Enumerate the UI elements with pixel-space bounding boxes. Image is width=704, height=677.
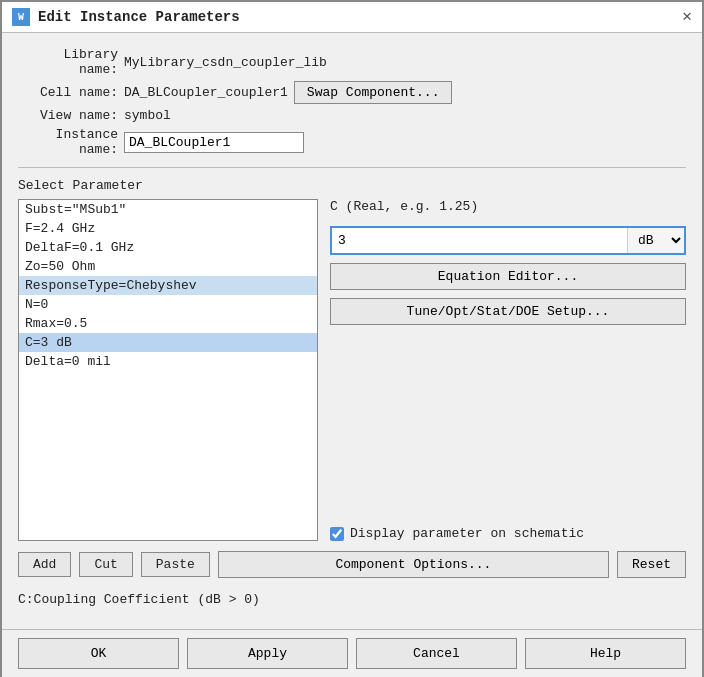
view-row: View name: symbol [18,108,686,123]
instance-name-input[interactable] [124,132,304,153]
close-button[interactable]: ✕ [682,9,692,25]
list-item[interactable]: Subst="MSub1" [19,200,317,219]
cancel-button[interactable]: Cancel [356,638,517,669]
library-row: Library name: MyLibrary_csdn_coupler_lib [18,47,686,77]
list-item[interactable]: Zo=50 Ohm [19,257,317,276]
help-button[interactable]: Help [525,638,686,669]
ok-button[interactable]: OK [18,638,179,669]
apply-button[interactable]: Apply [187,638,348,669]
dialog-content: Library name: MyLibrary_csdn_coupler_lib… [2,33,702,629]
dialog-title: Edit Instance Parameters [38,9,674,25]
info-section: Library name: MyLibrary_csdn_coupler_lib… [18,47,686,157]
select-parameter-label: Select Parameter [18,178,686,193]
unit-select[interactable]: dBnHpFOhmGHzMHzmil [627,228,684,253]
value-input[interactable] [332,229,623,252]
cell-value: DA_BLCoupler_coupler1 [124,85,288,100]
cut-button[interactable]: Cut [79,552,132,577]
dialog-icon: W [12,8,30,26]
action-row: Add Cut Paste Component Options... Reset [18,551,686,578]
list-item[interactable]: ResponseType=Chebyshev [19,276,317,295]
divider-1 [18,167,686,168]
instance-row: Instance name: [18,127,686,157]
param-list-container: Subst="MSub1"F=2.4 GHzDeltaF=0.1 GHzZo=5… [18,199,318,541]
library-label: Library name: [18,47,118,77]
reset-button[interactable]: Reset [617,551,686,578]
main-area: Subst="MSub1"F=2.4 GHzDeltaF=0.1 GHzZo=5… [18,199,686,541]
library-value: MyLibrary_csdn_coupler_lib [124,55,327,70]
cell-label: Cell name: [18,85,118,100]
param-title: C (Real, e.g. 1.25) [330,199,686,214]
display-param-checkbox[interactable] [330,527,344,541]
bottom-buttons: OK Apply Cancel Help [2,629,702,677]
add-button[interactable]: Add [18,552,71,577]
paste-button[interactable]: Paste [141,552,210,577]
list-item[interactable]: N=0 [19,295,317,314]
swap-component-button[interactable]: Swap Component... [294,81,453,104]
value-row: dBnHpFOhmGHzMHzmil [330,226,686,255]
title-bar: W Edit Instance Parameters ✕ [2,2,702,33]
equation-editor-button[interactable]: Equation Editor... [330,263,686,290]
edit-instance-dialog: W Edit Instance Parameters ✕ Library nam… [0,0,704,677]
list-item[interactable]: Rmax=0.5 [19,314,317,333]
status-text: C:Coupling Coefficient (dB > 0) [18,588,686,615]
cell-row: Cell name: DA_BLCoupler_coupler1 Swap Co… [18,81,686,104]
list-item[interactable]: Delta=0 mil [19,352,317,371]
component-options-button[interactable]: Component Options... [218,551,609,578]
instance-label: Instance name: [18,127,118,157]
list-item[interactable]: C=3 dB [19,333,317,352]
display-param-label: Display parameter on schematic [350,526,584,541]
right-panel: C (Real, e.g. 1.25) dBnHpFOhmGHzMHzmil E… [330,199,686,541]
tune-setup-button[interactable]: Tune/Opt/Stat/DOE Setup... [330,298,686,325]
view-label: View name: [18,108,118,123]
param-list[interactable]: Subst="MSub1"F=2.4 GHzDeltaF=0.1 GHzZo=5… [19,200,317,540]
list-item[interactable]: F=2.4 GHz [19,219,317,238]
display-param-row: Display parameter on schematic [330,526,686,541]
list-item[interactable]: DeltaF=0.1 GHz [19,238,317,257]
view-value: symbol [124,108,171,123]
